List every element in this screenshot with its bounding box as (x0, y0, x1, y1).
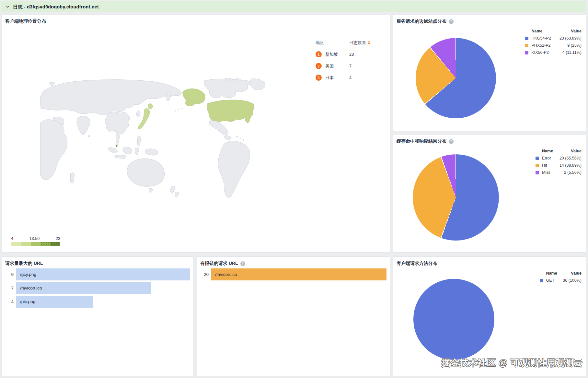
geo-col-count[interactable]: 日志数量 (349, 40, 382, 46)
scale-max: 23 (56, 236, 60, 241)
panel-title: 缓存命中和响应结果分布 ? (397, 138, 454, 144)
pie-chart-edge-pop[interactable] (416, 38, 496, 118)
pie-legend: NameValueError20 (55.56%)Hit14 (38.89%)M… (536, 148, 582, 176)
chevron-down-icon[interactable] (6, 6, 9, 8)
panel-edge-pop-distribution: 服务请求的边缘站点分布 ? NameValueHKG54-P223 (63.89… (393, 14, 586, 131)
bar-chart-top-urls: 9/gcy.png7/favicon.ico4/pic.png (5, 268, 190, 309)
legend-value: 4 (11.11%) (560, 50, 582, 55)
sort-icon[interactable] (368, 41, 370, 45)
panel-title-text: 缓存命中和响应结果分布 (397, 138, 446, 144)
legend-swatch (525, 44, 528, 47)
legend-item[interactable]: Miss2 (5.56%) (536, 169, 582, 176)
region-us-alaska (182, 89, 205, 106)
help-icon[interactable]: ? (240, 261, 245, 266)
choropleth-scale: 4 13.50 23 (11, 236, 60, 246)
bar[interactable]: /gcy.png (16, 268, 190, 280)
panel-cache-result-distribution: 缓存命中和响应结果分布 ? NameValueError20 (55.56%)H… (393, 134, 586, 253)
group-header[interactable]: 日志 - d3fqsvd9doqoby.cloudfront.net (1, 1, 586, 12)
legend-swatch (525, 37, 528, 40)
pie-chart-request-method[interactable] (413, 279, 494, 360)
help-icon[interactable]: ? (449, 139, 454, 144)
legend-name: Hit (542, 163, 558, 168)
rank-badge: 2 (316, 63, 322, 69)
panel-title-text: 客户端地理位置分布 (5, 18, 46, 24)
region-name: 新加坡 (325, 52, 338, 57)
bar[interactable]: /favicon.ico (16, 282, 151, 294)
help-icon[interactable]: ? (449, 19, 454, 24)
panel-title: 有报错的请求 URL ? (200, 261, 245, 266)
region-count: 4 (349, 75, 382, 80)
pie-legend: NameValueGET36 (100%) (540, 270, 582, 284)
region-count: 7 (349, 64, 382, 68)
rank-badge: 1 (316, 51, 322, 57)
legend-name: GET (546, 278, 563, 283)
bar-row: 7/favicon.ico (5, 282, 190, 294)
bar-value: 7 (5, 286, 14, 290)
panel-title: 客户端地理位置分布 (5, 18, 46, 24)
scale-min: 4 (11, 236, 13, 241)
panel-title-text: 客户端请求方法分布 (397, 261, 437, 266)
legend-item[interactable]: PHX52-P29 (25%) (525, 42, 582, 49)
region-count: 23 (349, 52, 382, 57)
panel-client-geo: 客户端地理位置分布 (2, 14, 390, 253)
panel-error-urls: 有报错的请求 URL ? 20/favicon.ico (197, 256, 390, 376)
legend-name: KIX56-P2 (531, 50, 559, 55)
geo-rank-row[interactable]: 2美国7 (316, 63, 382, 69)
bar-value: 4 (5, 299, 14, 304)
legend-value: 23 (63.89%) (559, 36, 582, 41)
scale-mid: 13.50 (29, 236, 40, 241)
scale-segment (21, 242, 30, 246)
panel-title: 客户端请求方法分布 (397, 261, 437, 266)
legend-value-header: Value (566, 149, 582, 153)
geo-rank-row[interactable]: 3日本4 (316, 75, 382, 81)
scale-segment (51, 242, 60, 246)
bar[interactable]: /pic.png (16, 296, 93, 308)
panel-title-text: 服务请求的边缘站点分布 (397, 18, 446, 24)
legend-item[interactable]: Error20 (55.56%) (536, 155, 582, 162)
bar-label: /favicon.ico (215, 272, 237, 277)
legend-value: 14 (38.89%) (558, 163, 582, 168)
bar-label: /pic.png (20, 299, 35, 304)
legend-item[interactable]: GET36 (100%) (540, 277, 582, 284)
legend-value: 9 (25%) (563, 43, 582, 48)
legend-name: Error (542, 156, 559, 160)
dashboard: 日志 - d3fqsvd9doqoby.cloudfront.net 客户端地理… (0, 0, 588, 378)
legend-swatch (536, 171, 539, 174)
scale-segment (11, 242, 21, 246)
legend-swatch (536, 157, 539, 160)
world-map-svg (40, 78, 271, 207)
legend-swatch (536, 164, 539, 167)
bar-row: 20/favicon.ico (200, 268, 386, 280)
legend-item[interactable]: Hit14 (38.89%) (536, 162, 582, 169)
legend-name-header: Name (546, 271, 568, 276)
bar-label: /favicon.ico (20, 286, 42, 290)
scale-segment (31, 242, 40, 246)
bar-row: 4/pic.png (5, 296, 190, 308)
legend-value-header: Value (568, 271, 582, 276)
legend-item[interactable]: HKG54-P223 (63.89%) (525, 35, 582, 42)
panel-title-text: 有报错的请求 URL (200, 261, 238, 266)
legend-value: 36 (100%) (563, 278, 582, 283)
legend-name-header: Name (542, 149, 566, 153)
region-name: 美国 (325, 63, 334, 69)
scale-gradient-bar (11, 242, 60, 246)
panel-title: 请求量最大的 URL (5, 261, 43, 266)
rank-badge: 3 (316, 75, 322, 81)
legend-value: 20 (55.56%) (559, 156, 582, 160)
region-japan-hokkaido (148, 104, 153, 109)
legend-value-header: Value (561, 29, 582, 33)
legend-swatch (525, 51, 528, 54)
geo-rank-table: 地区 日志数量 1新加坡232美国73日本4 (316, 40, 382, 81)
region-singapore (116, 145, 117, 147)
legend-item[interactable]: KIX56-P24 (11.11%) (525, 49, 582, 56)
world-map[interactable] (40, 78, 271, 207)
bar-row: 9/gcy.png (5, 268, 190, 280)
pie-chart-cache-result[interactable] (413, 154, 499, 241)
legend-name: HKG54-P2 (531, 36, 559, 41)
scale-segment (40, 242, 50, 246)
bar-value: 9 (5, 272, 14, 277)
legend-name: PHX52-P2 (531, 43, 563, 48)
bar[interactable]: /favicon.ico (211, 268, 386, 280)
legend-swatch (540, 279, 543, 282)
geo-rank-row[interactable]: 1新加坡23 (316, 51, 382, 57)
